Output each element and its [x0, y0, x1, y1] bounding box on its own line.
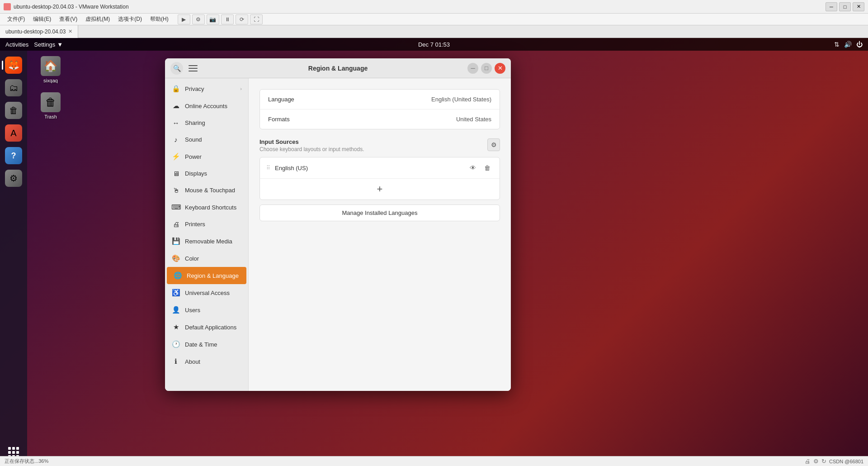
dock-firefox[interactable]: 🦊	[4, 55, 24, 75]
input-sources-title: Input Sources	[259, 138, 364, 145]
desktop-icon-trash-label: Trash	[44, 114, 57, 119]
firefox-icon: 🦊	[5, 57, 22, 74]
sidebar-item-privacy[interactable]: 🔒 Privacy ›	[165, 80, 248, 97]
tab-close-icon[interactable]: ✕	[68, 29, 72, 34]
language-row-label: Language	[268, 96, 294, 103]
dock-appstore[interactable]: A	[4, 123, 24, 143]
about-icon: ℹ	[171, 357, 180, 366]
sidebar-item-online-accounts[interactable]: ☁ Online Accounts	[165, 97, 248, 114]
sidebar-item-sound[interactable]: ♪ Sound	[165, 131, 248, 148]
settings-window: 🔍 Region & Language ─ □ ✕ 🔒 Privacy ›	[165, 58, 511, 391]
window-controls: ─ □ ✕	[467, 63, 505, 74]
dock-help[interactable]: ?	[4, 146, 24, 166]
statusbar-right: 🖨 ⚙ ↻ CSDN @66801	[805, 458, 863, 465]
ubuntu-topbar: Activities Settings ▼ Dec 7 01:53 ⇅ 🔊 ⏻	[0, 38, 868, 51]
toolbar-snapshot[interactable]: 📷	[207, 14, 219, 24]
toolbar-suspend[interactable]: ⏸	[221, 14, 234, 24]
desktop-icon-home-label: sixqaq	[43, 78, 58, 83]
topbar-datetime[interactable]: Dec 7 01:53	[418, 41, 450, 48]
menu-help[interactable]: 帮助(H)	[146, 14, 172, 24]
sidebar-item-sound-label: Sound	[185, 136, 202, 143]
default-apps-icon: ★	[171, 323, 180, 331]
vmware-minimize-btn[interactable]: ─	[826, 2, 837, 11]
printers-icon: 🖨	[171, 220, 180, 228]
sidebar-item-region[interactable]: 🌐 Region & Language	[167, 267, 246, 284]
input-source-english-us: ⠿ English (US) 👁 🗑	[260, 157, 500, 179]
power-menu-icon[interactable]: ⏻	[856, 41, 863, 48]
sharing-icon: ↔	[171, 119, 180, 127]
window-close-btn[interactable]: ✕	[495, 63, 505, 74]
appstore-icon: A	[5, 124, 22, 142]
desktop-icon-home[interactable]: 🏠 sixqaq	[36, 56, 65, 83]
power-icon: ⚡	[171, 152, 180, 161]
sidebar-item-mouse[interactable]: 🖱 Mouse & Touchpad	[165, 182, 248, 199]
sidebar-item-sharing-label: Sharing	[185, 119, 205, 126]
toolbar-pause-btn[interactable]: ▶	[178, 14, 190, 24]
titlebar-menu-btn[interactable]	[187, 62, 199, 75]
keyboard-icon: ⌨	[171, 203, 180, 211]
menu-file[interactable]: 文件(F)	[4, 14, 28, 24]
toolbar-fullscreen[interactable]: ⛶	[250, 14, 263, 24]
window-minimize-btn[interactable]: ─	[467, 63, 478, 74]
sidebar-item-default-apps-label: Default Applications	[185, 324, 236, 331]
desktop-icon-trash[interactable]: 🗑 Trash	[36, 92, 65, 119]
sidebar-item-users[interactable]: 👤 Users	[165, 301, 248, 319]
sidebar-item-color[interactable]: 🎨 Color	[165, 250, 248, 267]
vmware-close-btn[interactable]: ✕	[853, 2, 864, 11]
sidebar-item-sharing[interactable]: ↔ Sharing	[165, 114, 248, 131]
statusbar-printer-icon: 🖨	[805, 458, 811, 465]
statusbar-text: 正在保存状态...36%	[5, 458, 48, 465]
sidebar-item-displays-label: Displays	[185, 170, 207, 177]
sidebar-item-removable[interactable]: 💾 Removable Media	[165, 233, 248, 250]
add-input-source-row[interactable]: +	[260, 179, 500, 200]
menu-tabs[interactable]: 选项卡(D)	[114, 14, 146, 24]
vmware-title: ubuntu-desktop-20.04.03 - VMware Worksta…	[14, 4, 129, 10]
formats-row[interactable]: Formats United States	[260, 109, 500, 129]
add-input-source-btn[interactable]: +	[377, 183, 383, 195]
activities-button[interactable]: Activities	[5, 41, 28, 48]
date-time-icon: 🕐	[171, 340, 180, 348]
files-icon: 🗂	[5, 79, 22, 96]
input-source-preview-btn[interactable]: 👁	[467, 162, 479, 174]
formats-row-value: United States	[456, 116, 491, 123]
color-icon: 🎨	[171, 254, 180, 262]
sidebar-item-printers[interactable]: 🖨 Printers	[165, 216, 248, 233]
menu-view[interactable]: 查看(V)	[56, 14, 81, 24]
formats-row-label: Formats	[268, 116, 290, 123]
manage-installed-languages-btn[interactable]: Manage Installed Languages	[259, 204, 500, 221]
sidebar-item-about[interactable]: ℹ About	[165, 353, 248, 370]
sidebar-item-printers-label: Printers	[185, 221, 205, 228]
sidebar-item-universal[interactable]: ♿ Universal Access	[165, 284, 248, 301]
language-row[interactable]: Language English (United States)	[260, 90, 500, 109]
dock-files[interactable]: 🗂	[4, 78, 24, 98]
menu-vm[interactable]: 虚拟机(M)	[82, 14, 113, 24]
dock-trash[interactable]: 🗑	[4, 100, 24, 120]
dock-settings[interactable]: ⚙	[4, 168, 24, 188]
settings-body: 🔒 Privacy › ☁ Online Accounts ↔ Sharing …	[165, 78, 511, 391]
volume-icon[interactable]: 🔊	[844, 41, 852, 48]
sidebar-item-keyboard[interactable]: ⌨ Keyboard Shortcuts	[165, 199, 248, 216]
sidebar-item-about-label: About	[185, 358, 200, 365]
tab-label: ubuntu-desktop-20.04.03	[5, 29, 66, 35]
vmware-tab-active[interactable]: ubuntu-desktop-20.04.03 ✕	[0, 25, 78, 38]
network-icon[interactable]: ⇅	[834, 41, 840, 48]
input-source-delete-btn[interactable]: 🗑	[481, 162, 493, 174]
toolbar-tools[interactable]: ⚙	[192, 14, 205, 24]
window-maximize-btn[interactable]: □	[481, 63, 492, 74]
sidebar-item-displays[interactable]: 🖥 Displays	[165, 165, 248, 182]
region-icon: 🌐	[173, 271, 182, 280]
toolbar-replay[interactable]: ⟳	[236, 14, 248, 24]
vmware-maximize-btn[interactable]: □	[839, 2, 851, 11]
settings-sidebar: 🔒 Privacy › ☁ Online Accounts ↔ Sharing …	[165, 78, 249, 391]
drag-handle-icon: ⠿	[266, 165, 270, 171]
sidebar-item-power[interactable]: ⚡ Power	[165, 148, 248, 165]
settings-label: Settings	[34, 41, 55, 48]
input-sources-gear-btn[interactable]: ⚙	[487, 138, 500, 151]
language-formats-section: Language English (United States) Formats…	[259, 89, 500, 129]
menu-edit[interactable]: 编辑(E)	[29, 14, 55, 24]
sidebar-item-default-apps[interactable]: ★ Default Applications	[165, 319, 248, 336]
settings-menu-button[interactable]: Settings ▼	[34, 41, 63, 48]
help-icon: ?	[5, 147, 22, 164]
sidebar-item-date-time[interactable]: 🕐 Date & Time	[165, 336, 248, 353]
titlebar-search-btn[interactable]: 🔍	[170, 62, 183, 75]
